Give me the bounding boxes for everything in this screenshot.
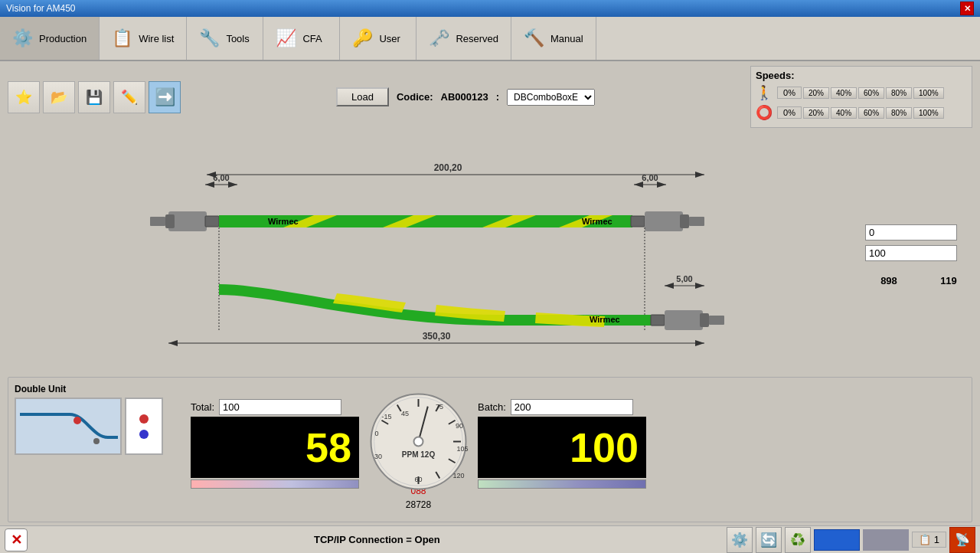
- right-input-2[interactable]: 100: [865, 245, 957, 261]
- manual-icon: 🔨: [524, 28, 544, 48]
- signal-icon-button[interactable]: 📡: [949, 527, 975, 553]
- spin-100pct[interactable]: 100%: [913, 107, 944, 119]
- navbar: ⚙️ Production 📋 Wire list 🔧 Tools 📈 CFA …: [0, 17, 980, 61]
- close-x-icon: ✕: [11, 532, 22, 548]
- walk-40pct[interactable]: 40%: [831, 87, 857, 99]
- spin-60pct[interactable]: 60%: [858, 107, 884, 119]
- nav-reserved[interactable]: 🗝️ Reserved: [416, 17, 511, 60]
- nav-manual[interactable]: 🔨 Manual: [511, 17, 596, 60]
- svg-text:6,00: 6,00: [213, 173, 229, 182]
- wirelist-icon: 📋: [112, 28, 132, 48]
- nav-user[interactable]: 🔑 User: [340, 17, 416, 60]
- svg-marker-6: [228, 182, 237, 188]
- nav-wirelist[interactable]: 📋 Wire list: [100, 17, 187, 60]
- cfa-icon: 📈: [276, 28, 296, 48]
- walk-60pct[interactable]: 60%: [858, 87, 884, 99]
- svg-text:75: 75: [436, 403, 443, 411]
- walk-100pct[interactable]: 100%: [913, 87, 944, 99]
- svg-marker-2: [695, 172, 704, 178]
- svg-rect-26: [689, 217, 704, 226]
- ppm-value: 28728: [406, 499, 431, 510]
- svg-rect-15: [205, 216, 219, 227]
- new-button[interactable]: ⭐: [8, 81, 40, 113]
- total-progress-bar: [191, 479, 359, 489]
- dot-red: [139, 414, 149, 424]
- recycle-icon-button[interactable]: ♻️: [785, 527, 811, 553]
- nav-cfa[interactable]: 📈 CFA: [263, 17, 340, 60]
- edit-icon: ✏️: [121, 89, 138, 106]
- svg-text:5,00: 5,00: [676, 274, 692, 283]
- codice-label: Codice:: [397, 91, 433, 103]
- reserved-icon: 🗝️: [429, 28, 449, 48]
- open-button[interactable]: 📂: [43, 81, 75, 113]
- spin-40pct[interactable]: 40%: [831, 107, 857, 119]
- total-display: 58: [191, 417, 359, 478]
- open-icon: 📂: [51, 89, 67, 106]
- total-input[interactable]: [219, 399, 341, 415]
- svg-rect-33: [709, 316, 724, 325]
- svg-rect-30: [651, 315, 665, 326]
- spin-0pct: 0%: [777, 106, 802, 119]
- titlebar-title: Vision for AM450: [6, 3, 76, 14]
- nav-production-label: Production: [39, 33, 87, 44]
- main-close-button[interactable]: ✕: [5, 528, 28, 551]
- svg-text:6,00: 6,00: [642, 173, 658, 182]
- wire-preview: [15, 398, 122, 455]
- svg-text:Wirmec: Wirmec: [268, 217, 299, 226]
- svg-text:90: 90: [456, 422, 463, 430]
- svg-text:350,30: 350,30: [423, 331, 451, 342]
- close-window-button[interactable]: ✕: [960, 2, 974, 15]
- load-button[interactable]: Load: [336, 87, 389, 106]
- svg-text:45: 45: [401, 410, 409, 417]
- svg-text:200,20: 200,20: [434, 162, 462, 173]
- svg-rect-23: [631, 216, 645, 227]
- edit-button[interactable]: ✏️: [113, 81, 145, 113]
- nav-production[interactable]: ⚙️ Production: [0, 17, 100, 60]
- right-num-2: 119: [940, 275, 957, 286]
- svg-marker-5: [205, 182, 214, 188]
- nav-tools[interactable]: 🔧 Tools: [187, 17, 263, 60]
- svg-marker-10: [657, 182, 666, 188]
- refresh-icon-button[interactable]: 🔄: [756, 527, 782, 553]
- dot-blue: [139, 430, 149, 439]
- walk-20pct[interactable]: 20%: [803, 87, 829, 99]
- tools-icon: 🔧: [199, 28, 220, 48]
- right-input-1[interactable]: 0: [865, 224, 957, 241]
- user-icon: 🔑: [352, 28, 373, 48]
- svg-rect-24: [645, 211, 683, 231]
- spin-80pct[interactable]: 80%: [886, 107, 912, 119]
- svg-rect-32: [700, 313, 709, 327]
- blue-bar-button[interactable]: [814, 529, 860, 551]
- save-button[interactable]: 💾: [78, 81, 110, 113]
- batch-label: Batch:: [478, 401, 506, 413]
- svg-text:30: 30: [374, 453, 382, 460]
- right-num-1: 898: [880, 275, 897, 286]
- status-badge[interactable]: 📋 1: [912, 532, 946, 548]
- svg-text:-15: -15: [381, 413, 391, 420]
- svg-text:PPM 12Q: PPM 12Q: [402, 450, 436, 459]
- new-icon: ⭐: [15, 89, 32, 106]
- color-dots-panel: [125, 398, 163, 455]
- walk-0pct: 0%: [777, 87, 802, 99]
- export-button[interactable]: ➡️: [149, 81, 181, 113]
- walk-icon: 🚶: [756, 84, 773, 101]
- walk-80pct[interactable]: 80%: [886, 87, 912, 99]
- svg-rect-31: [665, 310, 703, 330]
- total-counter-block: Total: 58: [191, 384, 359, 515]
- spin-20pct[interactable]: 20%: [803, 107, 829, 119]
- production-icon: ⚙️: [12, 28, 33, 48]
- batch-display: 100: [478, 417, 646, 478]
- spin-icon: ⭕: [756, 104, 773, 121]
- svg-text:Wirmec: Wirmec: [590, 315, 620, 324]
- svg-text:120: 120: [452, 472, 464, 479]
- db-combo-select[interactable]: DBComboBoxE: [507, 89, 595, 106]
- svg-rect-42: [16, 399, 122, 455]
- nav-cfa-label: CFA: [302, 33, 322, 44]
- svg-text:Wirmec: Wirmec: [582, 217, 612, 226]
- svg-rect-14: [150, 217, 165, 226]
- settings-icon-button[interactable]: ⚙️: [727, 527, 753, 553]
- save-icon: 💾: [86, 89, 103, 106]
- connection-status: TCP/IP Connection = Open: [314, 534, 440, 545]
- gray-bar-button[interactable]: [863, 529, 909, 551]
- batch-input[interactable]: [511, 399, 633, 415]
